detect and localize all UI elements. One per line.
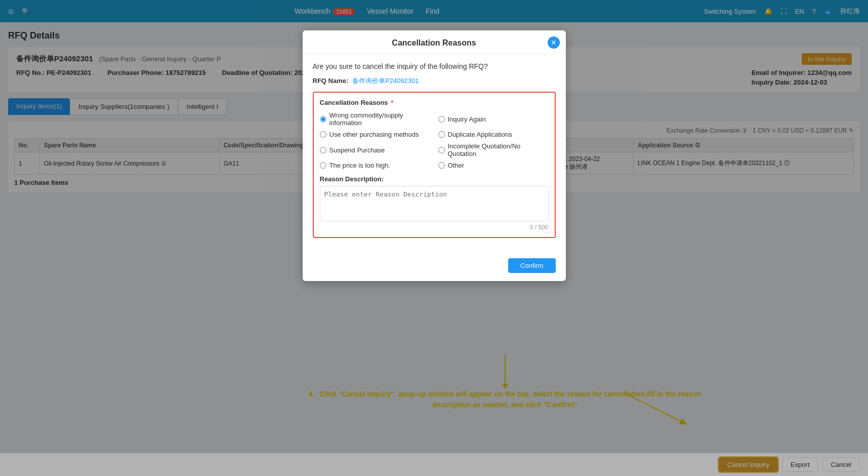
modal-rfq-name-value: 备件询价单P24092301 bbox=[352, 77, 419, 85]
reason-other-purchasing[interactable]: Use other purchasing methods bbox=[320, 131, 430, 138]
reason-description-textarea[interactable] bbox=[320, 186, 549, 221]
modal-title: Cancellation Reasons bbox=[392, 38, 476, 47]
reasons-box-title: Cancellation Reasons * bbox=[320, 99, 549, 106]
reason-other-radio[interactable] bbox=[438, 162, 445, 169]
modal-question: Are you sure to cancel the inquiry of th… bbox=[313, 62, 556, 70]
reason-incomplete-radio[interactable] bbox=[438, 147, 445, 153]
reason-desc-label: Reason Description: bbox=[320, 175, 549, 183]
reasons-grid: Wrong commodity/supply information Inqui… bbox=[320, 111, 549, 169]
reason-price-too-high[interactable]: The price is too high. bbox=[320, 162, 430, 169]
cancellation-reasons-modal: Cancellation Reasons ✕ Are you sure to c… bbox=[303, 30, 566, 281]
reason-price-radio[interactable] bbox=[320, 162, 326, 169]
modal-footer: Confirm bbox=[303, 252, 566, 281]
reason-inquiry-again-radio[interactable] bbox=[438, 116, 445, 123]
reason-other-purchasing-radio[interactable] bbox=[320, 131, 326, 138]
modal-rfq-name: RFQ Name: 备件询价单P24092301 bbox=[313, 76, 556, 86]
modal-header: Cancellation Reasons ✕ bbox=[303, 30, 566, 54]
confirm-button[interactable]: Confirm bbox=[508, 258, 556, 273]
reason-wrong-commodity[interactable]: Wrong commodity/supply information bbox=[320, 111, 430, 127]
reason-duplicate-radio[interactable] bbox=[438, 131, 445, 138]
reasons-box: Cancellation Reasons * Wrong commodity/s… bbox=[313, 92, 556, 238]
reason-duplicate-applications[interactable]: Duplicate Applications bbox=[438, 131, 549, 138]
modal-overlay: Cancellation Reasons ✕ Are you sure to c… bbox=[0, 0, 868, 476]
char-count: 0 / 500 bbox=[320, 224, 549, 231]
reason-wrong-commodity-radio[interactable] bbox=[320, 116, 326, 123]
modal-close-button[interactable]: ✕ bbox=[548, 36, 560, 49]
reason-other[interactable]: Other bbox=[438, 162, 549, 169]
reason-inquiry-again[interactable]: Inquiry Again bbox=[438, 111, 549, 127]
reason-suspend-radio[interactable] bbox=[320, 147, 326, 153]
modal-body: Are you sure to cancel the inquiry of th… bbox=[303, 54, 566, 252]
reason-suspend-purchase[interactable]: Suspend Purchase bbox=[320, 142, 430, 157]
reason-incomplete-quotation[interactable]: Incomplete Quotation/No Quotation bbox=[438, 142, 549, 157]
